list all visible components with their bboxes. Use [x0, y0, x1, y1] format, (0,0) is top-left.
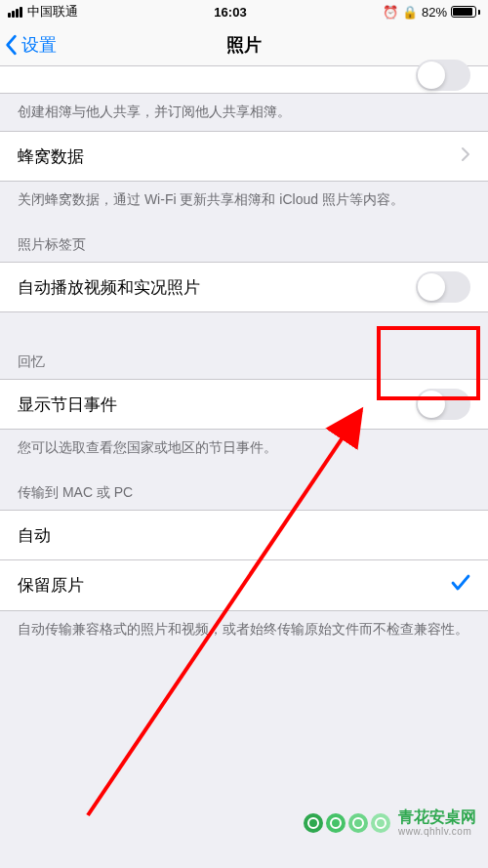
- transfer-footer: 自动传输兼容格式的照片和视频，或者始终传输原始文件而不检查兼容性。: [0, 611, 488, 648]
- autoplay-label: 自动播放视频和实况照片: [18, 276, 416, 299]
- status-time: 16:03: [214, 5, 246, 20]
- transfer-keep-original-row[interactable]: 保留原片: [0, 560, 488, 611]
- show-holidays-toggle[interactable]: [416, 389, 470, 420]
- status-right: ⏰ 🔒 82%: [383, 5, 480, 20]
- shared-albums-toggle[interactable]: [416, 60, 470, 91]
- transfer-keep-original-label: 保留原片: [18, 574, 451, 597]
- checkmark-icon: [451, 574, 470, 597]
- alarm-icon: ⏰: [383, 5, 398, 20]
- cellular-footer: 关闭蜂窝数据，通过 Wi-Fi 更新共享相簿和 iCloud 照片等内容。: [0, 182, 488, 219]
- chevron-left-icon: [4, 34, 18, 56]
- photos-tab-header: 照片标签页: [0, 219, 488, 262]
- autoplay-toggle[interactable]: [416, 271, 470, 303]
- watermark-url: www.qhhlv.com: [398, 826, 476, 837]
- back-button[interactable]: 设置: [4, 33, 57, 57]
- shared-albums-row-partial: [0, 66, 488, 94]
- shared-albums-footer: 创建相簿与他人共享，并订阅他人共享相簿。: [0, 94, 488, 131]
- watermark-logo: [304, 813, 390, 833]
- cellular-row[interactable]: 蜂窝数据: [0, 131, 488, 182]
- status-bar: 中国联通 16:03 ⏰ 🔒 82%: [0, 0, 488, 23]
- autoplay-row: 自动播放视频和实况照片: [0, 262, 488, 312]
- page-title: 照片: [226, 33, 262, 57]
- watermark: 青花安桌网 www.qhhlv.com: [304, 808, 476, 837]
- transfer-header: 传输到 MAC 或 PC: [0, 467, 488, 510]
- transfer-auto-label: 自动: [18, 524, 470, 547]
- watermark-title: 青花安桌网: [398, 808, 476, 826]
- cellular-label: 蜂窝数据: [18, 145, 461, 168]
- memories-header: 回忆: [0, 312, 488, 379]
- show-holidays-label: 显示节日事件: [18, 393, 416, 416]
- nav-bar: 设置 照片: [0, 23, 488, 66]
- show-holidays-row: 显示节日事件: [0, 379, 488, 430]
- transfer-auto-row[interactable]: 自动: [0, 510, 488, 560]
- chevron-right-icon: [461, 146, 470, 167]
- back-label: 设置: [21, 33, 57, 57]
- carrier-label: 中国联通: [27, 3, 78, 21]
- rotation-lock-icon: 🔒: [402, 5, 418, 20]
- signal-icon: [8, 7, 22, 18]
- status-left: 中国联通: [8, 3, 78, 21]
- memories-footer: 您可以选取查看您国家或地区的节日事件。: [0, 430, 488, 467]
- battery-percent: 82%: [422, 5, 447, 20]
- battery-icon: [451, 6, 480, 18]
